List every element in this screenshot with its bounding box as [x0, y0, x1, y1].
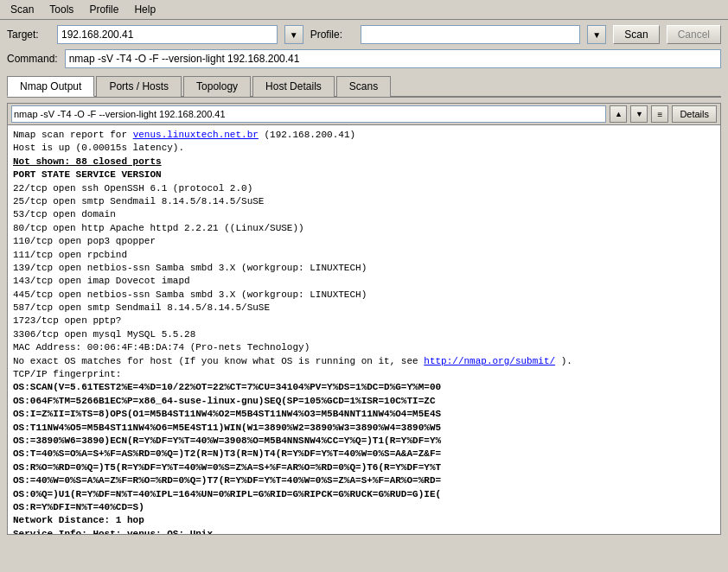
nmap-submit-link[interactable]: http://nmap.org/submit/ — [424, 356, 555, 366]
output-line: Service Info: Host: venus; OS: Unix — [13, 528, 715, 534]
tabs-container: Nmap Output Ports / Hosts Topology Host … — [7, 75, 721, 98]
output-line: OS:T=40%S=O%A=S+%F=AS%RD=0%Q=)T2(R=N)T3(… — [13, 448, 715, 461]
output-line: 445/tcp open netbios-ssn Samba smbd 3.X … — [13, 289, 715, 302]
scan-button[interactable]: Scan — [613, 25, 659, 44]
output-line: OS:R=Y%DFI=N%T=40%CD=S) — [13, 501, 715, 514]
output-line: 1723/tcp open pptp? — [13, 315, 715, 327]
output-line: Not shown: 88 closed ports — [13, 156, 715, 168]
spinner-down-btn[interactable]: ▼ — [630, 105, 648, 123]
tab-topology[interactable]: Topology — [183, 76, 251, 97]
menu-tools[interactable]: Tools — [42, 2, 80, 17]
details-btn[interactable]: Details — [672, 105, 717, 123]
target-label: Target: — [7, 29, 50, 41]
profile-label: Profile: — [310, 29, 354, 41]
output-line: Network Distance: 1 hop — [13, 514, 715, 527]
output-line: OS:0%Q=)U1(R=Y%DF=N%T=40%IPL=164%UN=0%RI… — [13, 488, 715, 501]
main-container: Target: ▼ Profile: ▼ Scan Cancel Command… — [0, 20, 728, 540]
output-select[interactable] — [11, 105, 606, 123]
output-line: 25/tcp open smtp Sendmail 8.14.5/8.14.5/… — [13, 195, 715, 208]
menu-scan[interactable]: Scan — [3, 2, 41, 17]
profile-dropdown-btn[interactable]: ▼ — [587, 25, 606, 44]
output-line: OS:=40%W=0%S=A%A=Z%F=R%O=%RD=0%Q=)T7(R=Y… — [13, 474, 715, 487]
output-line: OS:064F%TM=5266B1EC%P=x86_64-suse-linux-… — [13, 395, 715, 408]
output-toolbar: ▲ ▼ ≡ Details — [8, 104, 720, 125]
command-label: Command: — [7, 53, 58, 65]
profile-input[interactable] — [361, 25, 581, 44]
output-line: 53/tcp open domain — [13, 208, 715, 221]
tab-host-details[interactable]: Host Details — [252, 76, 335, 97]
cancel-button[interactable]: Cancel — [667, 25, 721, 44]
output-line: OS:T11NW4%O5=M5B4ST11NW4%O6=M5E4ST11)WIN… — [13, 422, 715, 435]
output-line: No exact OS matches for host (If you kno… — [13, 355, 715, 368]
output-panel: ▲ ▼ ≡ Details Nmap scan report for venus… — [7, 103, 721, 535]
tab-scans[interactable]: Scans — [336, 76, 391, 97]
output-line: 80/tcp open http Apache httpd 2.2.21 ((L… — [13, 222, 715, 235]
target-input[interactable] — [57, 25, 278, 44]
target-dropdown-btn[interactable]: ▼ — [284, 25, 303, 44]
output-line: MAC Address: 00:06:4F:4B:DA:74 (Pro-nets… — [13, 341, 715, 354]
output-line: 143/tcp open imap Dovecot imapd — [13, 275, 715, 288]
output-line: 111/tcp open rpcbind — [13, 249, 715, 262]
filter-btn[interactable]: ≡ — [651, 105, 668, 123]
output-line: PORT STATE SERVICE VERSION — [13, 168, 715, 181]
command-input[interactable] — [65, 49, 721, 68]
output-line: OS:SCAN(V=5.61TEST2%E=4%D=10/22%OT=22%CT… — [13, 381, 715, 394]
output-line: OS:=3890%W6=3890)ECN(R=Y%DF=Y%T=40%W=390… — [13, 435, 715, 448]
menu-profile[interactable]: Profile — [82, 2, 125, 17]
output-content[interactable]: Nmap scan report for venus.linuxtech.net… — [8, 125, 720, 534]
tab-nmap-output[interactable]: Nmap Output — [7, 76, 94, 97]
output-line: Host is up (0.00015s latency). — [13, 142, 715, 155]
host-link[interactable]: venus.linuxtech.net.br — [133, 130, 259, 140]
output-line: 139/tcp open netbios-ssn Samba smbd 3.X … — [13, 262, 715, 275]
menubar: Scan Tools Profile Help — [0, 0, 728, 20]
spinner-up-btn[interactable]: ▲ — [610, 105, 627, 123]
output-line: OS:R%O=%RD=0%Q=)T5(R=Y%DF=Y%T=40%W=0%S=Z… — [13, 461, 715, 474]
output-line: 3306/tcp open mysql MySQL 5.5.28 — [13, 328, 715, 341]
output-line: OS:I=Z%II=I%TS=8)OPS(O1=M5B4ST11NW4%O2=M… — [13, 408, 715, 421]
menu-help[interactable]: Help — [127, 2, 163, 17]
output-line: Nmap scan report for venus.linuxtech.net… — [13, 129, 715, 142]
tab-ports-hosts[interactable]: Ports / Hosts — [96, 76, 182, 97]
output-line: 110/tcp open pop3 qpopper — [13, 235, 715, 248]
output-line: 587/tcp open smtp Sendmail 8.14.5/8.14.5… — [13, 302, 715, 315]
target-row: Target: ▼ Profile: ▼ Scan Cancel — [7, 25, 721, 44]
output-line: TCP/IP fingerprint: — [13, 368, 715, 381]
command-row: Command: — [7, 49, 721, 68]
output-line: 22/tcp open ssh OpenSSH 6.1 (protocol 2.… — [13, 182, 715, 195]
